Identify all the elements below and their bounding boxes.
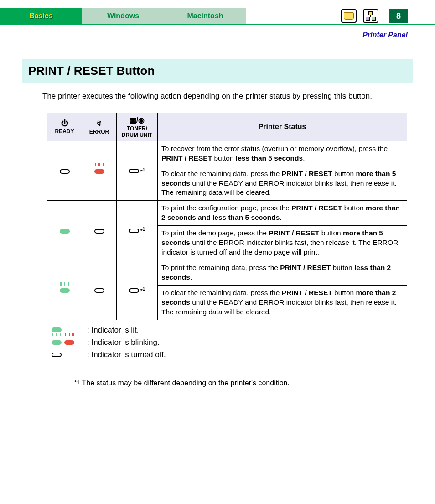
cell-status-3a: To print the remaining data, press the P… bbox=[158, 260, 407, 286]
led-blink-red-icon bbox=[94, 167, 104, 175]
book-icon-button[interactable] bbox=[341, 9, 357, 23]
led-blink-green-icon bbox=[52, 336, 62, 348]
led-off-icon bbox=[129, 229, 139, 233]
tab-basics[interactable]: Basics bbox=[0, 8, 82, 24]
cell-ready-2 bbox=[47, 201, 82, 260]
footnote-mark: *1 bbox=[140, 228, 145, 234]
cell-status-1a: To recover from the error status (overru… bbox=[158, 141, 407, 166]
cell-error-2 bbox=[82, 201, 117, 260]
th-toner: ▦/◉TONER/ DRUM UNIT bbox=[117, 113, 158, 141]
cell-status-2a: To print the configuration page, press t… bbox=[158, 201, 407, 226]
legend: : Indicator is lit. : Indicator is blink… bbox=[52, 324, 413, 361]
status-table: ⏻READY ↯ERROR ▦/◉TONER/ DRUM UNIT Printe… bbox=[47, 113, 407, 320]
footnote-mark: *1 bbox=[140, 288, 145, 294]
breadcrumb[interactable]: Printer Panel bbox=[0, 25, 435, 39]
cell-status-2b: To print the demo page, press the PRINT … bbox=[158, 226, 407, 260]
led-off-icon bbox=[94, 229, 104, 234]
footnote-mark: *1 bbox=[74, 379, 80, 386]
cell-status-3b: To clear the remaining data, press the P… bbox=[158, 285, 407, 320]
footnote: *1 The status may be different depending… bbox=[74, 379, 413, 387]
tab-macintosh[interactable]: Macintosh bbox=[164, 8, 246, 24]
book-icon bbox=[344, 12, 354, 20]
lightning-icon: ↯ bbox=[86, 119, 113, 128]
network-icon-button[interactable] bbox=[363, 9, 378, 23]
section-title: PRINT / RESET Button bbox=[22, 59, 413, 83]
led-on-green-icon bbox=[60, 229, 70, 234]
power-icon: ⏻ bbox=[51, 119, 78, 127]
led-off-icon bbox=[52, 353, 62, 357]
led-off-icon bbox=[129, 288, 139, 293]
footnote-mark: *1 bbox=[140, 169, 145, 175]
page-number-badge: 8 bbox=[389, 9, 408, 23]
toner-icon: ▦/◉ bbox=[120, 116, 154, 125]
intro-text: The printer executes the following actio… bbox=[42, 91, 413, 102]
led-off-icon bbox=[129, 169, 139, 173]
topbar-right: 8 bbox=[246, 8, 435, 24]
legend-blink: : Indicator is blinking. bbox=[52, 336, 413, 348]
th-status: Printer Status bbox=[158, 113, 407, 141]
cell-toner-2: *1 bbox=[117, 201, 158, 260]
top-nav: Basics Windows Macintosh 8 bbox=[0, 8, 435, 25]
led-off-icon bbox=[94, 288, 104, 293]
page-content: PRINT / RESET Button The printer execute… bbox=[0, 59, 435, 387]
cell-ready-1 bbox=[47, 141, 82, 201]
cell-toner-3: *1 bbox=[117, 260, 158, 320]
led-blink-green-icon bbox=[60, 286, 70, 294]
tab-windows[interactable]: Windows bbox=[82, 8, 164, 24]
cell-ready-3 bbox=[47, 260, 82, 320]
th-ready: ⏻READY bbox=[47, 113, 82, 141]
legend-lit: : Indicator is lit. bbox=[52, 324, 413, 336]
led-blink-red-icon bbox=[64, 336, 74, 348]
network-icon bbox=[366, 11, 376, 21]
led-on-green-icon bbox=[52, 327, 62, 332]
cell-error-1 bbox=[82, 141, 117, 201]
led-off-icon bbox=[60, 169, 70, 174]
th-error: ↯ERROR bbox=[82, 113, 117, 141]
legend-off: : Indicator is turned off. bbox=[52, 348, 413, 361]
cell-error-3 bbox=[82, 260, 117, 320]
cell-status-1b: To clear the remaining data, press the P… bbox=[158, 166, 407, 201]
cell-toner-1: *1 bbox=[117, 141, 158, 201]
